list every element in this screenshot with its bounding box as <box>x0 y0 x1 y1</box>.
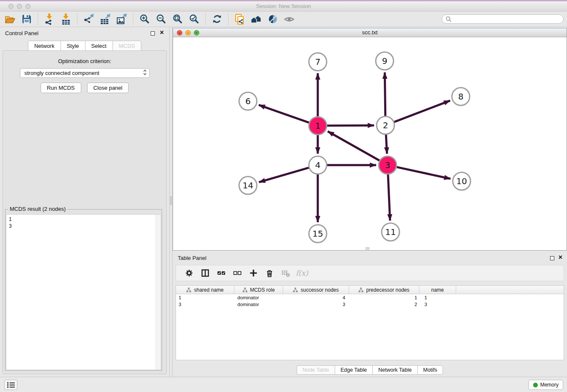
table-row[interactable]: 1 dominator 4 1 1 <box>176 294 564 301</box>
level-of-detail-button[interactable] <box>281 12 297 26</box>
export-table-button[interactable] <box>97 12 113 26</box>
cell-name[interactable]: 3 <box>419 302 456 307</box>
tab-network-table[interactable]: Network Table <box>372 365 418 375</box>
table-settings-button[interactable] <box>181 266 197 280</box>
task-history-button[interactable] <box>4 380 17 390</box>
graph-node-3[interactable]: 3 <box>379 156 396 174</box>
column-header-name[interactable]: name <box>419 286 456 294</box>
cell-predecessor-nodes[interactable]: 2 <box>349 302 419 307</box>
column-header-predecessor-nodes[interactable]: predecessor nodes <box>349 286 419 294</box>
column-header-mcds-role[interactable]: MCDS role <box>234 286 283 294</box>
tab-motifs[interactable]: Motifs <box>417 365 443 375</box>
column-header-shared-name[interactable]: shared name <box>176 286 234 294</box>
cell-mcds-role[interactable]: dominator <box>234 295 283 300</box>
svg-text:11: 11 <box>385 227 396 237</box>
tab-select[interactable]: Select <box>85 41 113 51</box>
tab-mcds[interactable]: MCDS <box>113 41 141 51</box>
cell-shared-name[interactable]: 3 <box>176 302 234 307</box>
zoom-out-button[interactable] <box>153 12 169 26</box>
split-grip[interactable] <box>170 196 172 205</box>
duplicate-network-icon <box>234 14 245 25</box>
search-icon <box>446 16 451 22</box>
tab-network[interactable]: Network <box>28 41 61 51</box>
save-session-button[interactable] <box>18 12 35 26</box>
frame-minimize-button[interactable]: − <box>185 30 191 36</box>
network-canvas[interactable]: 7968124314101511 <box>173 37 567 250</box>
cell-mcds-role[interactable]: dominator <box>234 302 283 307</box>
graph-node-7[interactable]: 7 <box>309 53 327 71</box>
graph-edge-3-10[interactable] <box>396 167 450 179</box>
import-table-button[interactable] <box>58 12 74 26</box>
graph-edge-3-1[interactable] <box>328 131 380 160</box>
graphics-details-button[interactable] <box>264 12 281 26</box>
graph-edge-1-2[interactable] <box>327 125 374 126</box>
search-input[interactable] <box>451 16 560 22</box>
canvas-grip[interactable] <box>366 247 369 250</box>
tab-edge-table[interactable]: Edge Table <box>335 365 373 375</box>
export-network-button[interactable] <box>80 12 97 26</box>
tab-node-table[interactable]: Node Table <box>297 365 335 375</box>
memory-button[interactable]: Memory <box>528 380 563 390</box>
run-mcds-button[interactable]: Run MCDS <box>41 83 81 93</box>
open-session-button[interactable] <box>2 12 18 26</box>
graph-node-1[interactable]: 1 <box>309 117 327 135</box>
refresh-button[interactable] <box>209 12 225 26</box>
cell-successor-nodes[interactable]: 4 <box>283 295 349 300</box>
cell-successor-nodes[interactable]: 3 <box>283 302 349 307</box>
zoom-fit-button[interactable] <box>169 12 186 26</box>
graph-edge-2-8[interactable] <box>394 101 450 122</box>
new-network-from-selection-button[interactable] <box>231 12 248 26</box>
graph-edge-1-6[interactable] <box>259 105 309 123</box>
close-panel-icon[interactable]: × <box>160 29 164 36</box>
cell-predecessor-nodes[interactable]: 1 <box>349 295 419 300</box>
window-zoom-button[interactable] <box>25 4 30 9</box>
mcds-result-text[interactable]: 1 3 <box>6 214 161 370</box>
delete-columns-button[interactable] <box>261 266 278 280</box>
table-toolbar: f(x) <box>176 265 564 281</box>
zoom-in-button[interactable] <box>136 12 153 26</box>
import-network-button[interactable] <box>41 12 58 26</box>
float-table-panel-icon[interactable] <box>550 256 554 260</box>
graph-node-14[interactable]: 14 <box>239 177 257 194</box>
column-header-successor-nodes[interactable]: successor nodes <box>283 286 349 294</box>
graph-node-11[interactable]: 11 <box>382 223 399 241</box>
show-columns-button[interactable] <box>197 266 213 280</box>
svg-text:10: 10 <box>456 176 467 186</box>
frame-maximize-button[interactable]: + <box>194 30 199 36</box>
graph-node-9[interactable]: 9 <box>376 52 394 70</box>
table-row[interactable]: 3 dominator 3 2 3 <box>176 301 564 308</box>
window-minimize-button[interactable] <box>17 4 22 9</box>
zoom-selected-button[interactable] <box>186 12 202 26</box>
select-all-columns-button[interactable] <box>213 266 229 280</box>
split-divider[interactable] <box>169 27 173 377</box>
result-scrollbar[interactable] <box>156 215 161 370</box>
graph-node-6[interactable]: 6 <box>239 92 257 110</box>
graph-node-2[interactable]: 2 <box>377 116 394 134</box>
window-close-button[interactable] <box>8 4 14 9</box>
graph-node-8[interactable]: 8 <box>452 88 470 105</box>
toolbar-separator <box>77 13 77 25</box>
cell-name[interactable]: 1 <box>419 295 456 300</box>
cell-shared-name[interactable]: 1 <box>176 295 234 300</box>
graph-edge-3-11[interactable] <box>388 174 390 221</box>
frame-close-button[interactable]: x <box>177 30 182 36</box>
tab-style[interactable]: Style <box>61 41 85 51</box>
graph-edge-2-9[interactable] <box>385 72 385 116</box>
close-table-panel-icon[interactable]: × <box>559 254 562 261</box>
network-graph: 7968124314101511 <box>173 37 567 250</box>
column-label: MCDS role <box>250 287 275 293</box>
first-neighbors-button[interactable] <box>248 12 264 26</box>
graph-node-15[interactable]: 15 <box>309 225 327 243</box>
titlebar: Session: New Session <box>0 1 567 11</box>
graph-edge-2-3[interactable] <box>386 135 387 154</box>
unselect-all-columns-button[interactable] <box>229 266 245 280</box>
graph-edge-4-14[interactable] <box>259 168 309 182</box>
graph-node-4[interactable]: 4 <box>309 156 327 174</box>
close-panel-button[interactable]: Close panel <box>87 83 129 93</box>
export-image-button[interactable] <box>113 12 130 26</box>
table-panel: Table Panel × <box>173 252 567 376</box>
optimization-criterion-dropdown[interactable]: strongly connected component <box>20 68 150 78</box>
graph-node-10[interactable]: 10 <box>453 172 471 190</box>
create-column-button[interactable] <box>245 266 261 280</box>
float-panel-icon[interactable] <box>151 31 155 36</box>
